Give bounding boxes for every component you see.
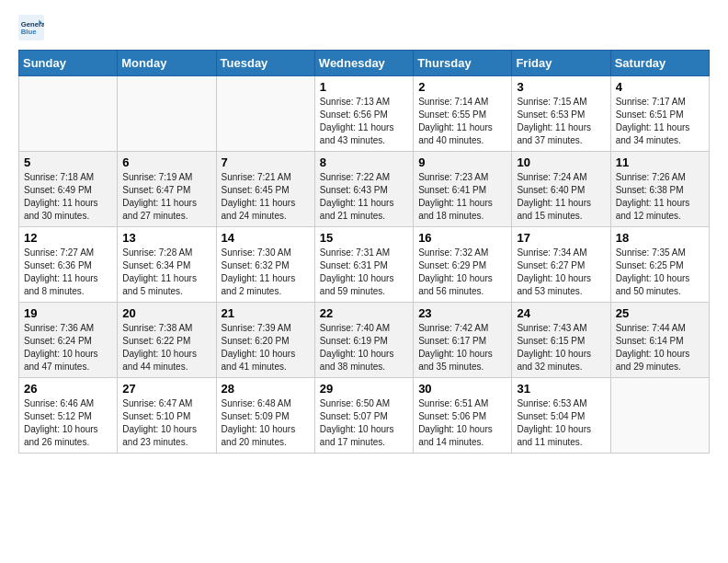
weekday-header-saturday: Saturday: [610, 51, 709, 76]
day-number: 15: [320, 231, 408, 245]
weekday-header-friday: Friday: [512, 51, 610, 76]
day-info: Sunrise: 7:19 AM Sunset: 6:47 PM Dayligh…: [122, 171, 210, 223]
day-number: 17: [517, 231, 605, 245]
day-number: 16: [418, 231, 506, 245]
calendar-cell: 16Sunrise: 7:32 AM Sunset: 6:29 PM Dayli…: [414, 227, 512, 303]
calendar-cell: 3Sunrise: 7:15 AM Sunset: 6:53 PM Daylig…: [512, 76, 610, 152]
calendar-cell: 22Sunrise: 7:40 AM Sunset: 6:19 PM Dayli…: [314, 303, 413, 378]
day-number: 26: [24, 382, 112, 396]
day-info: Sunrise: 7:35 AM Sunset: 6:25 PM Dayligh…: [616, 247, 704, 298]
calendar-cell: 11Sunrise: 7:26 AM Sunset: 6:38 PM Dayli…: [610, 152, 709, 227]
day-info: Sunrise: 7:17 AM Sunset: 6:51 PM Dayligh…: [616, 96, 704, 147]
day-number: 20: [122, 306, 210, 320]
calendar-cell: 9Sunrise: 7:23 AM Sunset: 6:41 PM Daylig…: [414, 152, 512, 227]
day-number: 12: [24, 231, 112, 245]
calendar-cell: 23Sunrise: 7:42 AM Sunset: 6:17 PM Dayli…: [414, 303, 512, 378]
day-number: 14: [222, 231, 310, 245]
day-info: Sunrise: 7:15 AM Sunset: 6:53 PM Dayligh…: [517, 96, 605, 147]
day-number: 3: [517, 80, 605, 94]
day-info: Sunrise: 6:51 AM Sunset: 5:06 PM Dayligh…: [418, 397, 506, 449]
calendar-cell: 7Sunrise: 7:21 AM Sunset: 6:45 PM Daylig…: [216, 152, 314, 227]
day-info: Sunrise: 7:21 AM Sunset: 6:45 PM Dayligh…: [222, 171, 310, 223]
calendar-cell: 10Sunrise: 7:24 AM Sunset: 6:40 PM Dayli…: [512, 152, 610, 227]
calendar-cell: 6Sunrise: 7:19 AM Sunset: 6:47 PM Daylig…: [118, 152, 216, 227]
calendar-cell: 13Sunrise: 7:28 AM Sunset: 6:34 PM Dayli…: [118, 227, 216, 303]
svg-text:General: General: [21, 20, 44, 29]
calendar-cell: [118, 76, 216, 152]
calendar-cell: 25Sunrise: 7:44 AM Sunset: 6:14 PM Dayli…: [610, 303, 709, 378]
day-number: 9: [418, 155, 506, 169]
calendar-cell: 29Sunrise: 6:50 AM Sunset: 5:07 PM Dayli…: [314, 378, 413, 454]
logo-icon: General Blue: [18, 15, 44, 40]
weekday-header-thursday: Thursday: [414, 51, 512, 76]
day-number: 27: [122, 382, 210, 396]
day-info: Sunrise: 7:36 AM Sunset: 6:24 PM Dayligh…: [24, 322, 112, 373]
day-number: 21: [222, 306, 310, 320]
day-info: Sunrise: 6:53 AM Sunset: 5:04 PM Dayligh…: [517, 397, 605, 449]
weekday-header-sunday: Sunday: [19, 51, 118, 76]
day-info: Sunrise: 7:43 AM Sunset: 6:15 PM Dayligh…: [517, 322, 605, 373]
calendar-cell: 4Sunrise: 7:17 AM Sunset: 6:51 PM Daylig…: [610, 76, 709, 152]
day-number: 31: [517, 382, 605, 396]
calendar-cell: 15Sunrise: 7:31 AM Sunset: 6:31 PM Dayli…: [314, 227, 413, 303]
day-info: Sunrise: 7:39 AM Sunset: 6:20 PM Dayligh…: [222, 322, 310, 373]
day-number: 29: [320, 382, 408, 396]
day-number: 18: [616, 231, 704, 245]
page-container: General Blue SundayMondayTuesdayWednesda…: [0, 0, 728, 463]
calendar-cell: [610, 378, 709, 454]
day-number: 24: [517, 306, 605, 320]
weekday-header-row: SundayMondayTuesdayWednesdayThursdayFrid…: [19, 51, 710, 76]
calendar-table: SundayMondayTuesdayWednesdayThursdayFrid…: [18, 50, 710, 454]
day-number: 1: [320, 80, 408, 94]
day-number: 8: [320, 155, 408, 169]
calendar-cell: 5Sunrise: 7:18 AM Sunset: 6:49 PM Daylig…: [19, 152, 118, 227]
day-info: Sunrise: 7:42 AM Sunset: 6:17 PM Dayligh…: [418, 322, 506, 373]
day-info: Sunrise: 7:38 AM Sunset: 6:22 PM Dayligh…: [122, 322, 210, 373]
day-number: 10: [517, 155, 605, 169]
svg-text:Blue: Blue: [21, 28, 37, 36]
day-number: 7: [222, 155, 310, 169]
calendar-cell: 28Sunrise: 6:48 AM Sunset: 5:09 PM Dayli…: [216, 378, 314, 454]
weekday-header-tuesday: Tuesday: [216, 51, 314, 76]
day-info: Sunrise: 7:22 AM Sunset: 6:43 PM Dayligh…: [320, 171, 408, 223]
day-number: 28: [222, 382, 310, 396]
calendar-cell: 20Sunrise: 7:38 AM Sunset: 6:22 PM Dayli…: [118, 303, 216, 378]
day-info: Sunrise: 6:47 AM Sunset: 5:10 PM Dayligh…: [122, 397, 210, 449]
day-info: Sunrise: 7:26 AM Sunset: 6:38 PM Dayligh…: [616, 171, 704, 223]
calendar-cell: 2Sunrise: 7:14 AM Sunset: 6:55 PM Daylig…: [414, 76, 512, 152]
day-info: Sunrise: 6:46 AM Sunset: 5:12 PM Dayligh…: [24, 397, 112, 449]
calendar-cell: 18Sunrise: 7:35 AM Sunset: 6:25 PM Dayli…: [610, 227, 709, 303]
day-number: 4: [616, 80, 704, 94]
day-number: 19: [24, 306, 112, 320]
calendar-cell: 19Sunrise: 7:36 AM Sunset: 6:24 PM Dayli…: [19, 303, 118, 378]
page-header: General Blue: [18, 15, 710, 40]
calendar-cell: 12Sunrise: 7:27 AM Sunset: 6:36 PM Dayli…: [19, 227, 118, 303]
day-number: 6: [122, 155, 210, 169]
day-info: Sunrise: 7:23 AM Sunset: 6:41 PM Dayligh…: [418, 171, 506, 223]
weekday-header-monday: Monday: [118, 51, 216, 76]
day-info: Sunrise: 7:40 AM Sunset: 6:19 PM Dayligh…: [320, 322, 408, 373]
day-info: Sunrise: 7:34 AM Sunset: 6:27 PM Dayligh…: [517, 247, 605, 298]
weekday-header-wednesday: Wednesday: [314, 51, 413, 76]
calendar-cell: 31Sunrise: 6:53 AM Sunset: 5:04 PM Dayli…: [512, 378, 610, 454]
day-number: 5: [24, 155, 112, 169]
calendar-week-row: 19Sunrise: 7:36 AM Sunset: 6:24 PM Dayli…: [19, 303, 710, 378]
calendar-cell: 26Sunrise: 6:46 AM Sunset: 5:12 PM Dayli…: [19, 378, 118, 454]
day-number: 23: [418, 306, 506, 320]
day-info: Sunrise: 7:30 AM Sunset: 6:32 PM Dayligh…: [222, 247, 310, 298]
calendar-week-row: 1Sunrise: 7:13 AM Sunset: 6:56 PM Daylig…: [19, 76, 710, 152]
day-number: 11: [616, 155, 704, 169]
calendar-cell: [216, 76, 314, 152]
day-info: Sunrise: 7:28 AM Sunset: 6:34 PM Dayligh…: [122, 247, 210, 298]
calendar-week-row: 5Sunrise: 7:18 AM Sunset: 6:49 PM Daylig…: [19, 152, 710, 227]
calendar-cell: [19, 76, 118, 152]
day-info: Sunrise: 6:50 AM Sunset: 5:07 PM Dayligh…: [320, 397, 408, 449]
day-info: Sunrise: 7:14 AM Sunset: 6:55 PM Dayligh…: [418, 96, 506, 147]
day-number: 2: [418, 80, 506, 94]
logo: General Blue: [18, 15, 46, 40]
calendar-cell: 30Sunrise: 6:51 AM Sunset: 5:06 PM Dayli…: [414, 378, 512, 454]
calendar-cell: 14Sunrise: 7:30 AM Sunset: 6:32 PM Dayli…: [216, 227, 314, 303]
calendar-cell: 1Sunrise: 7:13 AM Sunset: 6:56 PM Daylig…: [314, 76, 413, 152]
day-number: 25: [616, 306, 704, 320]
calendar-week-row: 12Sunrise: 7:27 AM Sunset: 6:36 PM Dayli…: [19, 227, 710, 303]
